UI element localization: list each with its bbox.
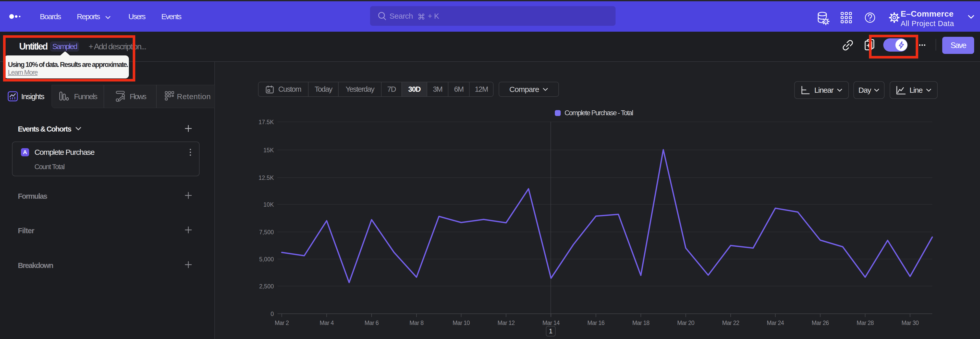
svg-text:12.5K: 12.5K [259, 174, 274, 181]
svg-text:15K: 15K [263, 147, 274, 154]
svg-text:5,000: 5,000 [259, 256, 274, 262]
svg-text:2,500: 2,500 [259, 283, 274, 290]
svg-text:17.5K: 17.5K [259, 119, 274, 125]
svg-text:Complete Purchase - Total: Complete Purchase - Total [565, 109, 633, 117]
svg-text:Mar 30: Mar 30 [902, 320, 919, 326]
svg-text:Mar 14: Mar 14 [542, 320, 560, 326]
svg-text:Mar 2: Mar 2 [275, 320, 289, 326]
svg-text:Mar 8: Mar 8 [410, 320, 424, 326]
svg-text:Mar 20: Mar 20 [677, 320, 694, 326]
svg-text:Mar 22: Mar 22 [722, 320, 739, 326]
svg-text:Mar 18: Mar 18 [632, 320, 649, 326]
svg-text:10K: 10K [263, 201, 274, 208]
svg-text:Mar 28: Mar 28 [857, 320, 874, 326]
svg-text:Mar 4: Mar 4 [320, 320, 334, 326]
svg-text:Mar 10: Mar 10 [453, 320, 470, 326]
svg-text:Mar 16: Mar 16 [587, 320, 605, 326]
svg-text:Mar 12: Mar 12 [498, 320, 515, 326]
svg-text:7,500: 7,500 [259, 229, 274, 235]
svg-text:0: 0 [270, 311, 274, 317]
svg-text:Mar 26: Mar 26 [812, 320, 829, 326]
svg-text:Mar 24: Mar 24 [767, 320, 784, 326]
svg-text:Mar 6: Mar 6 [365, 320, 379, 326]
